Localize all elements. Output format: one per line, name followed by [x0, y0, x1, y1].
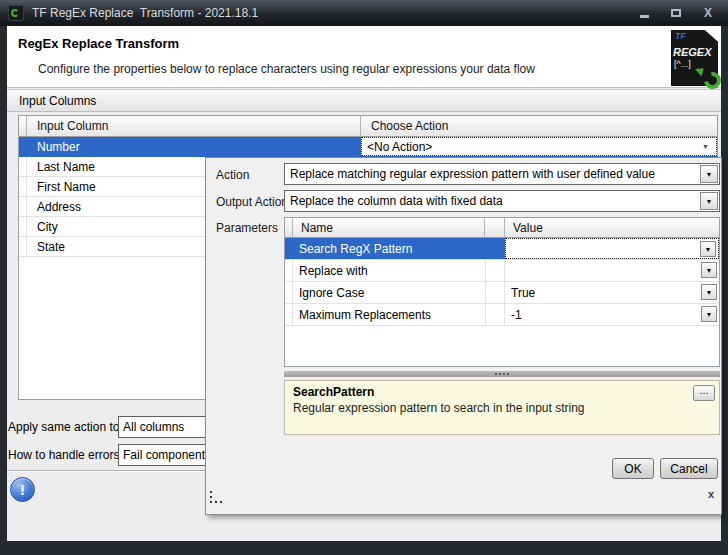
- parameters-label: Parameters: [216, 221, 278, 235]
- choose-action-combo[interactable]: <No Action> ▼: [361, 137, 717, 156]
- chevron-down-icon[interactable]: ▼: [702, 143, 709, 150]
- row-gutter: [285, 260, 293, 281]
- parameter-value: True: [511, 286, 535, 300]
- chevron-down-icon: ▼: [706, 267, 713, 274]
- chevron-down-icon: ▼: [706, 289, 713, 296]
- maximize-button[interactable]: [668, 5, 684, 21]
- chevron-down-icon: ▼: [706, 198, 713, 205]
- value-header: Value: [505, 218, 719, 238]
- help-icon: !: [20, 481, 25, 498]
- parameter-value-combo[interactable]: ▼: [505, 238, 719, 259]
- output-action-value: Replace the column data with fixed data: [290, 194, 503, 208]
- parameter-name: Replace with: [293, 260, 485, 281]
- parameter-value-combo[interactable]: -1 ▼: [505, 304, 719, 325]
- badge-regex-label: REGEX: [673, 46, 712, 58]
- chevron-down-icon: ▼: [706, 311, 713, 318]
- input-column-header: Input Column: [27, 116, 361, 137]
- help-button[interactable]: !: [10, 477, 35, 502]
- input-columns-label: Input Columns: [19, 94, 96, 108]
- regex-replace-transform-window: TF RegEx Replace Transform - 2021.18.1 X…: [0, 0, 728, 555]
- app-icon: [8, 5, 24, 21]
- row-gutter: [19, 137, 27, 156]
- apply-same-action-label: Apply same action to: [8, 420, 119, 434]
- parameter-value: -1: [511, 308, 522, 322]
- row-gutter: [19, 177, 27, 196]
- parameter-description-text: Regular expression pattern to search in …: [293, 401, 585, 415]
- badge-tf-label: TF: [675, 31, 686, 41]
- parameter-row-search-pattern[interactable]: Search RegX Pattern ▼: [285, 238, 719, 260]
- value-dropdown-button[interactable]: ▼: [701, 306, 717, 322]
- page-subtitle: Configure the properties below to replac…: [38, 62, 535, 76]
- grid-corner-cell: [19, 116, 27, 137]
- apply-same-action-value: All columns: [123, 420, 184, 434]
- parameter-row-ignore-case[interactable]: Ignore Case True ▼: [285, 282, 719, 304]
- parameter-mid-cell: [485, 238, 505, 259]
- dialog-header: RegEx Replace Transform Configure the pr…: [7, 26, 721, 88]
- output-action-combo-button[interactable]: ▼: [700, 192, 718, 210]
- parameter-name: Maximum Replacements: [293, 304, 485, 325]
- splitter-handle[interactable]: [284, 371, 720, 377]
- parameter-mid-cell: [485, 304, 505, 325]
- chevron-down-icon: ▼: [706, 171, 713, 178]
- action-combo-button[interactable]: ▼: [700, 165, 718, 183]
- parameter-value-combo[interactable]: ▼: [505, 260, 719, 281]
- parameter-description-panel: SearchPattern Regular expression pattern…: [284, 380, 720, 435]
- parameter-mid-cell: [485, 260, 505, 281]
- row-gutter: [19, 217, 27, 236]
- row-gutter: [285, 304, 293, 325]
- parameter-row-replace-with[interactable]: Replace with ▼: [285, 260, 719, 282]
- minimize-icon: [640, 15, 649, 18]
- output-action-combo[interactable]: Replace the column data with fixed data …: [284, 190, 720, 212]
- parameter-row-max-replacements[interactable]: Maximum Replacements -1 ▼: [285, 304, 719, 326]
- parameter-value-combo[interactable]: True ▼: [505, 282, 719, 303]
- parameter-description-title: SearchPattern: [293, 385, 374, 399]
- chevron-down-icon: ▼: [705, 246, 712, 253]
- close-button[interactable]: X: [700, 5, 716, 21]
- input-columns-group-header: Input Columns: [7, 89, 721, 112]
- action-combo[interactable]: Replace matching regular expression patt…: [284, 163, 720, 185]
- row-gutter: [285, 282, 293, 303]
- minimize-button[interactable]: [636, 5, 652, 21]
- handle-errors-value: Fail component: [123, 448, 205, 462]
- row-gutter: [19, 157, 27, 176]
- value-dropdown-button[interactable]: ▼: [701, 284, 717, 300]
- badge-pattern-label: [^...]: [674, 59, 691, 69]
- grid-corner-cell: [285, 218, 293, 238]
- ok-button[interactable]: OK: [612, 458, 654, 479]
- parameters-grid: Name Value Search RegX Pattern ▼ Replace: [284, 217, 720, 367]
- row-gutter: [285, 238, 293, 259]
- choose-action-header: Choose Action: [361, 116, 717, 137]
- refresh-icon: [11, 9, 19, 17]
- mid-column-header: [485, 218, 505, 238]
- action-label: Action: [216, 168, 249, 182]
- window-controls: X: [636, 0, 716, 26]
- resize-grip-icon[interactable]: [210, 491, 222, 503]
- action-value: Replace matching regular expression patt…: [290, 167, 655, 181]
- dialog-content: RegEx Replace Transform Configure the pr…: [7, 26, 721, 541]
- name-header: Name: [293, 218, 485, 238]
- close-icon: X: [704, 6, 712, 20]
- handle-errors-combo[interactable]: Fail component: [118, 444, 218, 466]
- parameters-header-row: Name Value: [285, 218, 719, 238]
- value-dropdown-button[interactable]: ▼: [701, 262, 717, 278]
- choose-action-value: <No Action>: [367, 140, 432, 154]
- page-title: RegEx Replace Transform: [18, 36, 179, 51]
- parameter-mid-cell: [485, 282, 505, 303]
- parameter-name: Search RegX Pattern: [293, 238, 485, 259]
- maximize-icon: [671, 9, 681, 17]
- action-editor-popup: Action Replace matching regular expressi…: [205, 157, 722, 515]
- row-name: Number: [27, 137, 361, 156]
- output-action-label: Output Action: [216, 195, 288, 209]
- grid-header-row: Input Column Choose Action: [19, 116, 717, 137]
- input-column-row-number[interactable]: Number <No Action> ▼: [19, 137, 717, 157]
- expression-editor-button[interactable]: ...: [693, 385, 715, 401]
- value-dropdown-button[interactable]: ▼: [700, 241, 716, 257]
- titlebar[interactable]: TF RegEx Replace Transform - 2021.18.1 X: [0, 0, 728, 26]
- parameter-name: Ignore Case: [293, 282, 485, 303]
- window-title: TF RegEx Replace Transform - 2021.18.1: [32, 6, 258, 20]
- cancel-button[interactable]: Cancel: [660, 458, 718, 479]
- row-gutter: [19, 197, 27, 216]
- apply-same-action-combo[interactable]: All columns: [118, 416, 218, 438]
- row-action-cell: <No Action> ▼: [361, 137, 717, 156]
- popup-resize-x-icon[interactable]: x: [708, 489, 714, 499]
